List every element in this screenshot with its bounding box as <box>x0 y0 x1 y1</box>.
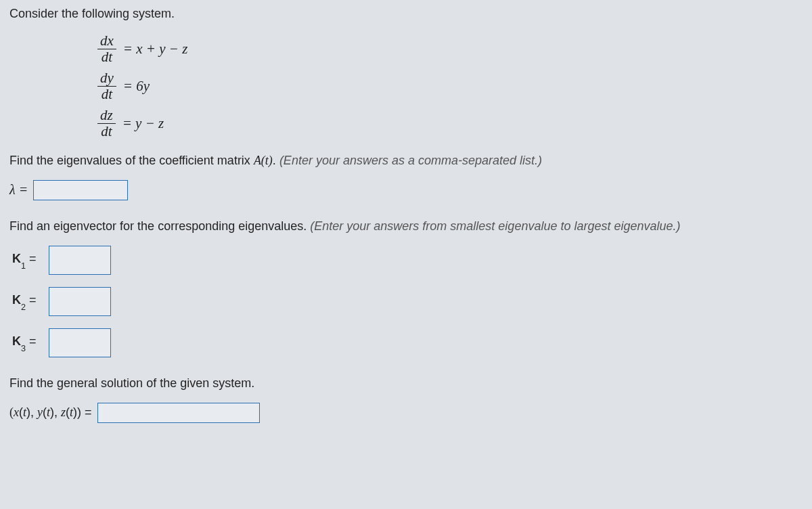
lambda-label: λ = <box>9 182 28 198</box>
k1-input[interactable] <box>49 246 111 275</box>
eq2-rhs: = 6y <box>123 78 150 95</box>
q2-text: Find an eigenvector for the correspondin… <box>9 219 310 233</box>
eq3-rhs: = y − z <box>122 115 164 132</box>
eq3-denominator: dt <box>98 124 114 139</box>
q1-prompt: Find the eigenvalues of the coefficient … <box>9 154 805 168</box>
k2-label: K2 = <box>12 293 43 309</box>
k3-input[interactable] <box>49 328 111 357</box>
lambda-input[interactable] <box>33 180 128 200</box>
k3-label: K3 = <box>12 334 43 351</box>
k2-input[interactable] <box>49 287 111 316</box>
solution-input[interactable] <box>97 403 260 423</box>
equation-2: dy dt = 6y <box>97 70 805 102</box>
eq2-denominator: dt <box>99 87 115 102</box>
q1-matrix-symbol: A(t) <box>254 154 273 167</box>
q2-prompt: Find an eigenvector for the correspondin… <box>9 219 805 234</box>
eq1-rhs: = x + y − z <box>123 41 188 58</box>
q1-text: Find the eigenvalues of the coefficient … <box>9 154 254 167</box>
q3-prompt: Find the general solution of the given s… <box>9 376 805 391</box>
k1-label: K1 = <box>12 252 43 268</box>
q1-instruction: (Enter your answers as a comma-separated… <box>279 154 542 167</box>
eq1-denominator: dt <box>99 49 115 65</box>
q1-after: . <box>273 154 279 167</box>
equation-system: dx dt = x + y − z dy dt = 6y dz dt = y −… <box>97 33 805 140</box>
eq3-numerator: dz <box>97 108 116 124</box>
q2-instruction: (Enter your answers from smallest eigenv… <box>310 219 680 233</box>
intro-text: Consider the following system. <box>9 7 805 21</box>
equation-1: dx dt = x + y − z <box>97 33 805 65</box>
equation-3: dz dt = y − z <box>97 108 805 139</box>
eq1-numerator: dx <box>97 33 116 49</box>
solution-label: (x(t), y(t), z(t)) = <box>9 405 92 420</box>
eq2-numerator: dy <box>97 70 116 87</box>
